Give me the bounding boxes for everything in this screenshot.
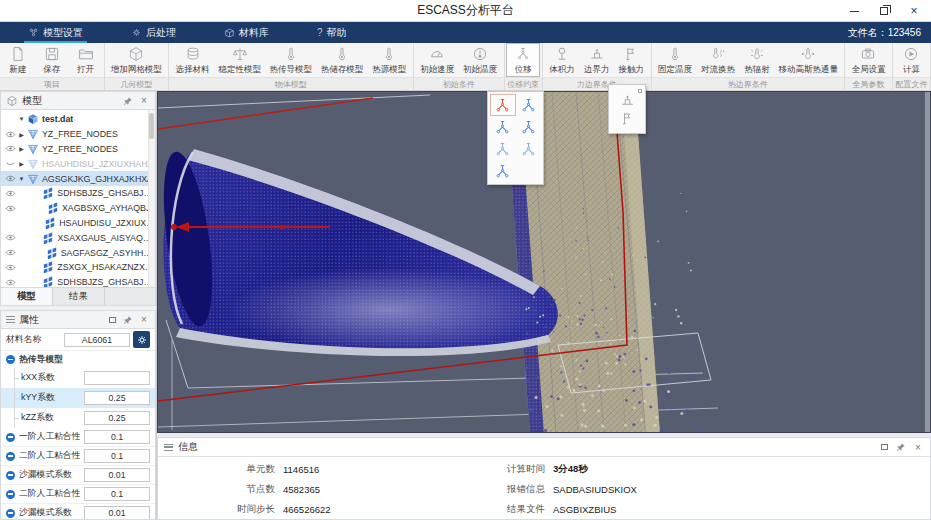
pin-icon[interactable] [122,314,134,326]
toolbar-button-热源模型[interactable]: 热源模型 [368,43,411,77]
tree-node[interactable]: SAGFASGZ_ASYHHXSN [1,245,155,260]
tree-scroll-thumb[interactable] [149,113,154,139]
toolbar-button-对流换热[interactable]: 对流换热 [697,43,740,77]
expander-icon[interactable]: ▼ [17,116,26,122]
toolbar-button-边界力[interactable]: 边界力 [579,43,614,77]
restore-icon[interactable] [878,441,890,453]
eye-icon[interactable] [4,277,17,288]
tree-node[interactable]: ▼test.dat [1,112,155,127]
menu-item-模型设置[interactable]: 模型设置 [18,22,93,43]
contact-option-1-icon[interactable] [620,93,635,108]
property-row-二阶人工粘合性[interactable]: 二阶人工粘合性 [1,485,155,504]
collapse-icon[interactable] [6,452,15,461]
tree-node[interactable]: XAGBSXG_AYHAQBJ [1,201,155,216]
contact-option-2-icon[interactable] [620,111,635,126]
section-heat-conduction[interactable]: 热传导模型 [1,351,155,368]
toolbar-button-位移[interactable]: 位移 [506,43,540,77]
eye-icon[interactable] [4,173,17,184]
tab-模型[interactable]: 模型 [1,288,53,305]
toolbar-button-热辐射[interactable]: 热辐射 [740,43,775,77]
constraint-yz-icon[interactable] [516,117,540,137]
toolbar-button-体积力[interactable]: 体积力 [545,43,580,77]
property-value-field[interactable] [84,430,150,444]
collapse-icon[interactable] [6,471,15,480]
property-value-field[interactable] [84,371,150,385]
property-value-field[interactable] [84,449,150,463]
expander-icon[interactable]: ▶ [17,131,26,138]
close-button[interactable]: × [901,1,927,21]
tree-node[interactable]: HSAUHDISU_JZXIUXHAHX [1,216,155,231]
property-row-沙漏模式系数[interactable]: 沙漏模式系数 [1,466,155,485]
constraint-xyz-icon[interactable] [516,95,540,115]
eye-closed-icon[interactable] [4,158,17,169]
property-row-kXX系数[interactable]: kXX系数 [1,368,155,388]
tab-结果[interactable]: 结果 [53,288,105,305]
eye-icon[interactable] [4,262,17,273]
expander-icon[interactable]: ▼ [17,176,26,182]
tree-scrollbar[interactable] [148,110,155,287]
menu-item-帮助[interactable]: ?帮助 [307,22,357,43]
property-value-field[interactable] [84,487,150,501]
eye-icon[interactable] [4,247,17,258]
eye-icon[interactable] [4,143,17,154]
3d-viewport[interactable] [157,91,931,433]
toolbar-button-全局设置[interactable]: 全局设置 [847,43,890,77]
toolbar-button-接触力[interactable]: 接触力 [614,43,649,77]
toolbar-button-初始速度[interactable]: 初始速度 [416,43,459,77]
tree-node[interactable]: ▶YZ_FREE_NODES [1,127,155,142]
toolbar-button-稳定性模型[interactable]: 稳定性模型 [214,43,265,77]
toolbar-button-新建[interactable]: 新建 [1,43,35,77]
constraint-xy-icon[interactable] [491,117,515,137]
eye-icon[interactable] [4,188,17,199]
material-name-field[interactable] [64,333,130,347]
toolbar-button-打开[interactable]: 打开 [69,43,103,77]
constraint-all-axes-icon[interactable] [491,95,515,115]
property-value-field[interactable] [84,391,150,405]
collapse-icon[interactable] [6,355,15,364]
property-row-沙漏模式系数[interactable]: 沙漏模式系数 [1,504,155,520]
toolbar-button-热传导模型[interactable]: 热传导模型 [265,43,316,77]
close-icon[interactable]: × [138,95,150,107]
material-settings-button[interactable] [133,331,150,348]
collapse-icon[interactable] [6,490,15,499]
toolbar-button-增加网格模型[interactable]: 增加网格模型 [107,43,166,77]
property-row-二阶人工粘合性[interactable]: 二阶人工粘合性 [1,447,155,466]
property-row-kYY系数[interactable]: kYY系数 [1,388,155,408]
tree-node[interactable]: XSAXGAUS_AISYAQSH_ASHX [1,230,155,245]
eye-icon[interactable] [4,129,17,140]
close-icon[interactable]: × [912,441,924,453]
eye-icon[interactable] [4,203,17,214]
constraint-x-icon[interactable] [491,139,515,159]
restore-icon[interactable] [106,314,118,326]
eye-icon[interactable] [4,232,17,243]
property-value-field[interactable] [84,411,150,425]
toolbar-button-初始温度[interactable]: 初始温度 [459,43,502,77]
collapse-icon[interactable] [6,433,15,442]
constraint-y-icon[interactable] [516,139,540,159]
tree-node[interactable]: ▶YZ_FREE_NODES [1,142,155,157]
toolbar-button-固定温度[interactable]: 固定温度 [654,43,697,77]
toolbar-button-移动高斯热通量[interactable]: 移动高斯热通量 [774,43,842,77]
tree-node[interactable]: SDHSBJZS_GHSABJHB_ZAHU [1,186,155,201]
maximize-button[interactable] [871,1,897,21]
menu-item-材料库[interactable]: 材料库 [214,22,279,43]
property-row-kZZ系数[interactable]: kZZ系数 [1,408,155,428]
tree-node[interactable]: ZSXGX_HSAKAZNZXK_AHASX [1,260,155,275]
collapse-icon[interactable] [6,509,15,518]
toolbar-button-计算[interactable]: 计算 [894,43,928,77]
pin-icon[interactable] [895,441,907,453]
property-value-field[interactable] [84,506,150,520]
tree-node[interactable]: ▶HSAUHDISU_JZXIUXHAHX [1,156,155,171]
expander-icon[interactable]: ▶ [17,160,26,167]
tree-node[interactable]: SDHSBJZS_GHSABJHB_ZAHU [1,275,155,288]
minimize-button[interactable] [841,1,867,21]
constraint-z-icon[interactable] [491,161,515,181]
toolbar-button-选择材料[interactable]: 选择材料 [171,43,214,77]
property-row-一阶人工粘合性[interactable]: 一阶人工粘合性 [1,428,155,447]
toolbar-button-热储存模型[interactable]: 热储存模型 [316,43,367,77]
tree-node[interactable]: ▼AGSGKJKG_GJHXAJKHXA [1,171,155,186]
menu-item-后处理[interactable]: 后处理 [121,22,186,43]
expander-icon[interactable]: ▶ [17,145,26,152]
pin-icon[interactable] [122,95,134,107]
close-icon[interactable]: × [138,314,150,326]
